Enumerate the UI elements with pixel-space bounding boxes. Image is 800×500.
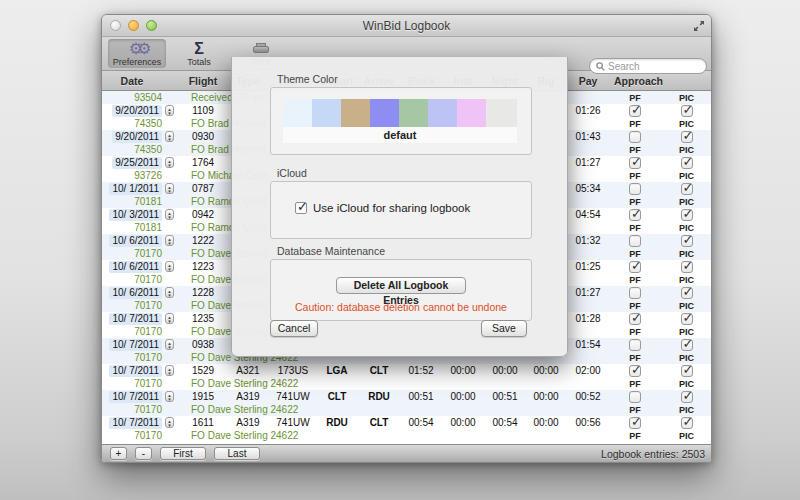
theme-swatch[interactable] <box>399 99 428 127</box>
totals-button[interactable]: Σ Totals <box>170 39 228 68</box>
employee-number: 70170 <box>102 248 162 259</box>
date-stepper[interactable]: ▴▾ <box>162 365 180 376</box>
save-button[interactable]: Save <box>481 320 527 337</box>
logbook-row[interactable]: 10/ 7/2011▴▾1529A321173USLGACLT01:5200:0… <box>102 364 712 390</box>
column-header-approach[interactable]: Approach <box>610 75 705 87</box>
pic-checkbox[interactable] <box>681 391 693 403</box>
pf-checkbox[interactable] <box>629 287 641 299</box>
date-value[interactable]: 10/ 7/2011 <box>109 417 162 429</box>
pf-pic-labels: PFPIC <box>610 93 712 103</box>
date-stepper[interactable]: ▴▾ <box>162 391 180 402</box>
theme-swatch[interactable] <box>283 99 312 127</box>
pic-checkbox[interactable] <box>681 235 693 247</box>
date-value[interactable]: 10/ 7/2011 <box>109 365 162 377</box>
add-entry-button[interactable]: + <box>110 447 127 460</box>
date-value[interactable]: 10/ 1/2011 <box>109 183 162 195</box>
delete-all-entries-button[interactable]: Delete All Logbook Entries <box>336 277 466 294</box>
pf-checkbox[interactable] <box>629 183 641 195</box>
crew-name: FO Dave Sterling 24622 <box>191 404 610 415</box>
employee-number: 70170 <box>102 404 162 415</box>
date-stepper[interactable]: ▴▾ <box>162 209 180 220</box>
pic-checkbox[interactable] <box>681 365 693 377</box>
date-value[interactable]: 9/25/2011 <box>112 157 162 169</box>
date-stepper[interactable]: ▴▾ <box>162 287 180 298</box>
date-value[interactable]: 10/ 7/2011 <box>109 339 162 351</box>
cell-date: 10/ 3/2011 <box>102 209 162 221</box>
pic-checkbox[interactable] <box>681 313 693 325</box>
date-stepper[interactable]: ▴▾ <box>162 183 180 194</box>
pic-checkbox[interactable] <box>681 105 693 117</box>
date-value[interactable]: 9/20/2011 <box>112 105 162 117</box>
pic-checkbox[interactable] <box>681 157 693 169</box>
pf-checkbox[interactable] <box>629 365 641 377</box>
cell-inst: 00:00 <box>442 391 484 402</box>
date-value[interactable]: 10/ 7/2011 <box>109 391 162 403</box>
theme-swatch[interactable] <box>341 99 370 127</box>
pf-checkbox-cell <box>610 183 660 195</box>
search-input[interactable]: Search <box>589 58 707 74</box>
title-bar: WinBid Logbook <box>102 15 711 37</box>
employee-number: 70170 <box>102 274 162 285</box>
logbook-row[interactable]: 10/ 7/2011▴▾1915A319741UWCLTRDU00:5100:0… <box>102 390 712 416</box>
pf-checkbox[interactable] <box>629 261 641 273</box>
pf-checkbox[interactable] <box>629 417 641 429</box>
pf-checkbox[interactable] <box>629 209 641 221</box>
pf-checkbox[interactable] <box>629 131 641 143</box>
pic-checkbox-cell <box>660 365 712 377</box>
pf-checkbox[interactable] <box>629 313 641 325</box>
zoom-window-button[interactable] <box>146 20 157 31</box>
selected-theme-bar[interactable]: defaut <box>283 127 517 143</box>
cell-night: 00:54 <box>484 417 526 428</box>
pf-checkbox[interactable] <box>629 105 641 117</box>
close-window-button[interactable] <box>110 20 121 31</box>
theme-swatch[interactable] <box>457 99 486 127</box>
first-button[interactable]: First <box>160 447 206 460</box>
date-stepper[interactable]: ▴▾ <box>162 131 180 142</box>
pf-checkbox[interactable] <box>629 157 641 169</box>
column-header-pay[interactable]: Pay <box>566 75 610 87</box>
pic-checkbox[interactable] <box>681 339 693 351</box>
date-stepper[interactable]: ▴▾ <box>162 105 180 116</box>
pic-checkbox[interactable] <box>681 417 693 429</box>
cell-type: A321 <box>226 365 270 376</box>
theme-swatch[interactable] <box>370 99 399 127</box>
date-value[interactable]: 10/ 3/2011 <box>109 209 162 221</box>
cell-flight: 1611 <box>180 417 226 428</box>
icloud-section-label: iCloud <box>277 167 307 179</box>
pic-checkbox[interactable] <box>681 131 693 143</box>
pf-checkbox[interactable] <box>629 391 641 403</box>
date-stepper[interactable]: ▴▾ <box>162 417 180 428</box>
date-value[interactable]: 10/ 6/2011 <box>109 287 162 299</box>
date-value[interactable]: 10/ 7/2011 <box>109 313 162 325</box>
date-stepper[interactable]: ▴▾ <box>162 339 180 350</box>
icloud-checkbox[interactable] <box>295 202 307 214</box>
fullscreen-icon[interactable] <box>693 20 705 32</box>
pic-checkbox[interactable] <box>681 261 693 273</box>
pic-checkbox[interactable] <box>681 209 693 221</box>
pic-checkbox[interactable] <box>681 183 693 195</box>
remove-entry-button[interactable]: - <box>135 447 152 460</box>
date-value[interactable]: 9/20/2011 <box>112 131 162 143</box>
pic-checkbox[interactable] <box>681 287 693 299</box>
column-header-flight[interactable]: Flight <box>180 75 226 87</box>
date-value[interactable]: 10/ 6/2011 <box>109 261 162 273</box>
theme-swatch[interactable] <box>312 99 341 127</box>
column-header-date[interactable]: Date <box>102 75 162 87</box>
pic-checkbox-cell <box>660 235 712 247</box>
date-stepper[interactable]: ▴▾ <box>162 157 180 168</box>
date-value[interactable]: 10/ 6/2011 <box>109 235 162 247</box>
last-button[interactable]: Last <box>214 447 260 460</box>
cell-flight: 0942 <box>180 209 226 220</box>
date-stepper[interactable]: ▴▾ <box>162 313 180 324</box>
preferences-button[interactable]: ⚙⚙ Preferences <box>108 39 166 68</box>
logbook-row[interactable]: 10/ 7/2011▴▾1611A319741UWRDUCLT00:5400:0… <box>102 416 712 442</box>
pf-checkbox[interactable] <box>629 235 641 247</box>
date-stepper[interactable]: ▴▾ <box>162 235 180 246</box>
minimize-window-button[interactable] <box>128 20 139 31</box>
pf-checkbox[interactable] <box>629 339 641 351</box>
date-stepper[interactable]: ▴▾ <box>162 261 180 272</box>
cell-type: A319 <box>226 417 270 428</box>
theme-swatch[interactable] <box>428 99 457 127</box>
cancel-button[interactable]: Cancel <box>270 320 318 337</box>
pf-pic-labels: PFPIC <box>610 223 712 233</box>
